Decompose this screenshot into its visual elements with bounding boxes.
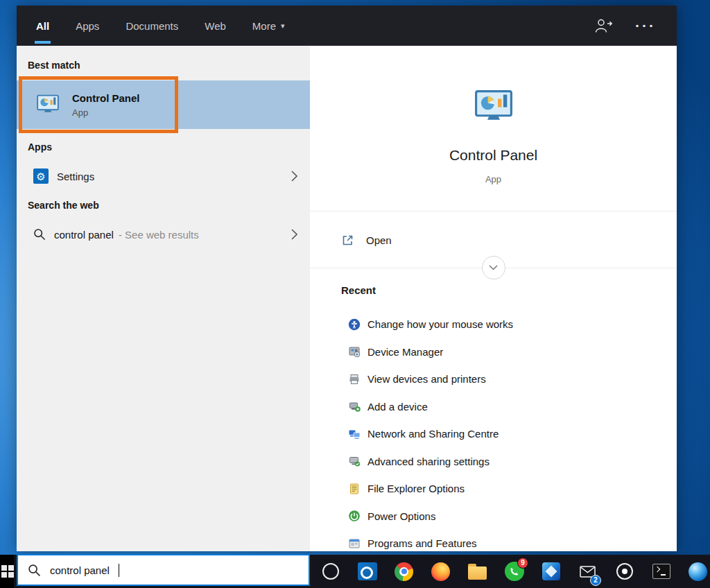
recent-item[interactable]: View devices and printers [310,365,677,393]
recent-item-label: Device Manager [367,346,443,358]
firefox-icon [431,562,450,581]
recent-item[interactable]: Device Manager [310,338,677,366]
tab-more[interactable]: More ▾ [252,6,285,46]
chevron-right-icon[interactable] [291,229,297,240]
recent-item-label: Add a device [367,401,428,413]
start-button[interactable] [0,555,14,588]
more-options-icon[interactable]: ··· [635,17,656,34]
record-button[interactable] [606,555,643,588]
recent-item-label: View devices and printers [367,373,486,385]
tab-apps[interactable]: Apps [76,6,99,46]
settings-label: Settings [57,171,94,182]
add-device-icon [348,400,361,413]
results-panel: Best match Control Panel App [17,46,310,551]
taskbar-search-input[interactable]: control panel [17,554,310,586]
firefox-button[interactable] [422,555,459,588]
web-search-query: control panel [54,229,114,241]
file-explorer-icon [468,567,487,580]
result-settings[interactable]: Settings [17,161,310,191]
settings-gear-icon [33,168,49,184]
recent-item[interactable]: File Explorer Options [310,475,677,503]
recent-item-label: Change how your mouse works [367,318,513,330]
chevron-down-icon [489,265,498,270]
tab-web[interactable]: Web [205,6,226,46]
tab-documents[interactable]: Documents [125,6,178,46]
recent-item[interactable]: Advanced sharing settings [310,448,677,476]
command-prompt-icon [652,564,670,579]
whatsapp-button[interactable]: 9 [496,555,532,588]
search-icon [28,564,41,577]
recent-item[interactable]: Programs and Features [310,530,677,551]
cortana-icon [322,563,339,580]
best-match-subtitle: App [72,107,140,118]
search-tabs-bar: All Apps Documents Web More ▾ ··· [17,6,677,46]
web-search-suffix: - See web results [119,229,199,241]
network-sharing-icon [348,428,361,440]
advanced-sharing-icon [348,455,361,467]
preview-panel: Control Panel App Open Recent [310,46,677,551]
cortana-button[interactable] [312,555,349,588]
recent-header: Recent [341,284,376,296]
open-icon [341,234,354,247]
recent-item[interactable]: Network and Sharing Centre [310,420,677,448]
recent-item-label: File Explorer Options [367,483,465,494]
control-panel-icon [36,92,60,118]
tab-all[interactable]: All [36,6,49,46]
outlook-button[interactable] [349,555,386,588]
chrome-icon [395,562,413,581]
best-match-result-control-panel[interactable]: Control Panel App [17,80,310,129]
blue-sphere-app-icon [689,562,707,581]
topbar-actions: ··· [595,17,677,34]
accessibility-mouse-icon [348,318,361,331]
windows-logo-icon [1,565,14,578]
open-label: Open [366,234,392,246]
search-flyout: All Apps Documents Web More ▾ ··· Best m… [17,6,677,551]
recent-list: Change how your mouse works Device Manag… [310,311,677,551]
taskbar-icons: 9 2 [312,555,710,588]
file-explorer-button[interactable] [459,555,496,588]
blue-app-button[interactable] [532,555,569,588]
expand-collapse-button[interactable] [482,256,505,279]
user-account-icon[interactable] [595,18,613,33]
programs-features-icon [348,537,361,550]
chrome-button[interactable] [386,555,422,588]
search-results-body: Best match Control Panel App [17,46,677,551]
record-icon [616,563,633,580]
recent-item[interactable]: Power Options [310,503,677,530]
open-action[interactable]: Open [310,225,677,255]
recent-item[interactable]: Add a device [310,393,677,421]
recent-item-label: Network and Sharing Centre [367,428,499,440]
blue-sphere-button[interactable] [679,555,710,588]
outlook-icon [358,562,377,580]
device-manager-icon [348,345,361,358]
notification-badge: 2 [590,575,601,586]
devices-printers-icon [348,373,361,386]
apps-section-header: Apps [28,141,52,153]
control-panel-icon [310,85,677,125]
tab-list: All Apps Documents Web More ▾ [17,6,285,46]
command-prompt-button[interactable] [643,555,679,588]
recent-item[interactable]: Change how your mouse works [310,311,677,338]
mail-button[interactable]: 2 [569,555,606,588]
file-explorer-options-icon [348,483,361,495]
chevron-right-icon[interactable] [291,171,297,182]
recent-item-label: Power Options [367,510,435,522]
result-web-search[interactable]: control panel - See web results [17,219,310,250]
power-options-icon [348,510,361,522]
blue-app-icon [542,562,560,580]
search-input-value: control panel [50,564,110,576]
preview-title: Control Panel [310,147,677,164]
web-section-header: Search the web [28,200,99,211]
best-match-header: Best match [28,60,80,71]
text-cursor [119,564,120,577]
preview-subtitle: App [310,174,677,184]
recent-item-label: Programs and Features [367,537,477,549]
divider [310,211,677,211]
notification-badge: 9 [517,557,528,569]
recent-item-label: Advanced sharing settings [367,456,490,467]
best-match-title: Control Panel [72,92,140,104]
search-icon [33,228,46,241]
chevron-down-icon: ▾ [281,21,285,31]
